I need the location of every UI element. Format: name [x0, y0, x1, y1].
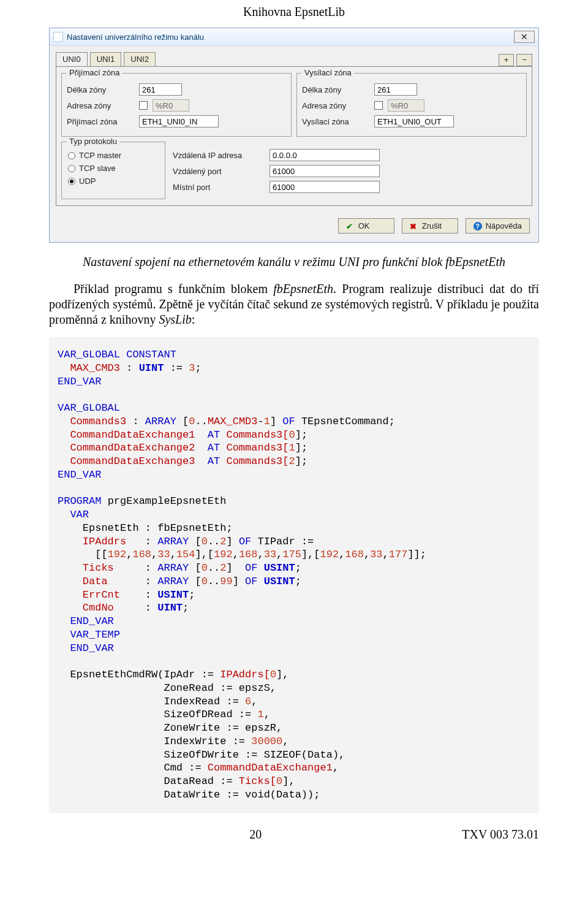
cancel-button[interactable]: ✖ Zrušit: [402, 218, 458, 234]
group-legend: Typ protokolu: [67, 137, 119, 146]
radio-label: TCP slave: [79, 164, 116, 173]
tab-uni1[interactable]: UNI1: [90, 52, 122, 66]
button-label: Nápověda: [486, 221, 522, 230]
check-icon: ✔: [346, 222, 355, 230]
dialog-window: Nastavení univerzálního režimu kanálu ✕ …: [49, 28, 539, 243]
page-number: 20: [249, 828, 262, 842]
label-send-name: Vysílací zóna: [302, 117, 369, 126]
footer-doc-code: TXV 003 73.01: [462, 828, 539, 842]
label-recv-addr: Adresa zóny: [67, 101, 134, 110]
remote-settings: Vzdálená IP adresa Vzdálený port Místní …: [170, 142, 527, 199]
group-protocol: Typ protokolu TCP master TCP slave UDP: [61, 142, 165, 199]
help-icon: ?: [473, 222, 482, 230]
label-local-port: Místní port: [173, 183, 265, 192]
code-listing: VAR_GLOBAL CONSTANT MAX_CMD3 : UINT := 3…: [49, 337, 539, 813]
tab-uni0[interactable]: UNI0: [56, 52, 88, 66]
radio-label: UDP: [79, 177, 96, 186]
label-recv-length: Délka zóny: [67, 85, 134, 94]
group-legend: Vysílací zóna: [302, 68, 354, 77]
ok-button[interactable]: ✔ OK: [338, 218, 394, 234]
group-receive-zone: Přijímací zóna Délka zóny Adresa zóny %R…: [61, 73, 292, 137]
input-send-length[interactable]: [374, 83, 417, 96]
button-label: OK: [358, 221, 370, 230]
input-recv-length[interactable]: [139, 83, 182, 96]
page-footer: 20 TXV 003 73.01: [49, 828, 539, 842]
tab-bar: UNI0 UNI1 UNI2 + −: [50, 46, 538, 66]
input-send-name[interactable]: [374, 115, 454, 127]
tab-content: Přijímací zóna Délka zóny Adresa zóny %R…: [56, 66, 532, 206]
label-send-length: Délka zóny: [302, 85, 369, 94]
close-icon[interactable]: ✕: [514, 31, 535, 43]
checkbox-send-addr[interactable]: [374, 101, 383, 110]
input-local-port[interactable]: [270, 181, 380, 193]
label-send-addr: Adresa zóny: [302, 101, 369, 110]
radio-tcp-master-row[interactable]: TCP master: [68, 151, 159, 160]
radio-label: TCP master: [79, 151, 121, 160]
input-remote-port[interactable]: [270, 165, 380, 177]
dialog-button-bar: ✔ OK ✖ Zrušit ? Nápověda: [50, 212, 538, 242]
label-remote-ip: Vzdálená IP adresa: [173, 151, 265, 160]
page-header: Knihovna EpsnetLib: [49, 5, 539, 19]
tab-uni2[interactable]: UNI2: [124, 52, 156, 66]
remove-tab-button[interactable]: −: [516, 54, 532, 66]
group-legend: Přijímací zóna: [67, 68, 122, 77]
radio-tcp-slave-row[interactable]: TCP slave: [68, 164, 159, 173]
radio-tcp-slave[interactable]: [68, 165, 75, 172]
figure-caption: Nastavení spojení na ethernetovém kanálu…: [80, 255, 508, 269]
radio-tcp-master[interactable]: [68, 152, 75, 159]
titlebar: Nastavení univerzálního režimu kanálu ✕: [50, 28, 538, 46]
add-tab-button[interactable]: +: [499, 54, 514, 66]
label-recv-name: Přijímací zóna: [67, 117, 134, 126]
button-label: Zrušit: [422, 221, 442, 230]
radio-udp-row[interactable]: UDP: [68, 177, 159, 186]
input-recv-name[interactable]: [139, 115, 219, 127]
input-remote-ip[interactable]: [270, 149, 380, 161]
label-remote-port: Vzdálený port: [173, 167, 265, 176]
readonly-send-addr: %R0: [388, 99, 424, 112]
dialog-title: Nastavení univerzálního režimu kanálu: [67, 32, 514, 42]
readonly-recv-addr: %R0: [153, 99, 189, 112]
body-paragraph: Příklad programu s funkčním blokem fbEps…: [49, 281, 539, 327]
close-icon: ✖: [410, 222, 418, 230]
app-icon: [53, 32, 63, 42]
radio-udp[interactable]: [68, 178, 75, 185]
checkbox-recv-addr[interactable]: [139, 101, 148, 110]
help-button[interactable]: ? Nápověda: [466, 218, 530, 234]
group-send-zone: Vysílací zóna Délka zóny Adresa zóny %R0…: [296, 73, 527, 137]
